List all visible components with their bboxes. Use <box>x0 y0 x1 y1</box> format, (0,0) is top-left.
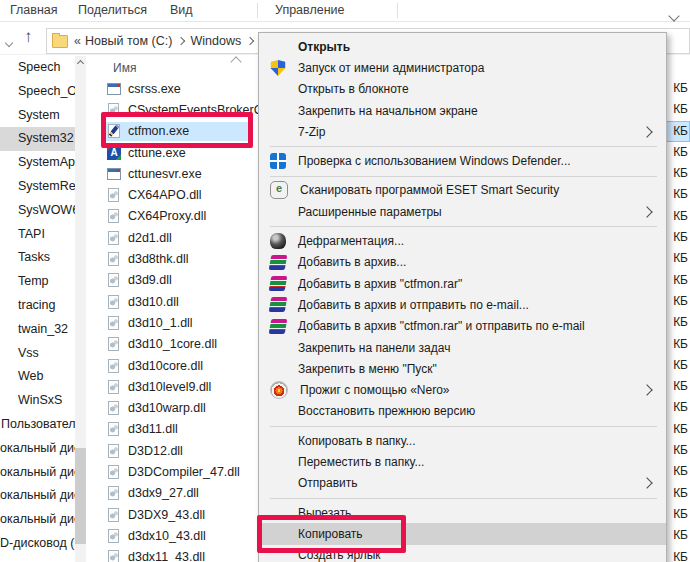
menu-item-label: Закрепить в меню "Пуск" <box>298 362 437 376</box>
file-type-icon <box>106 187 122 203</box>
sidebar-item[interactable]: SystemApps <box>0 151 75 175</box>
context-menu-item[interactable]: Отправить <box>259 473 666 494</box>
context-menu-item[interactable]: Прожиг с помощью «Nero» <box>259 379 666 400</box>
sidebar-item[interactable]: Temp <box>0 270 75 294</box>
tab-group-divider <box>257 3 258 18</box>
menu-item-icon <box>270 124 286 140</box>
context-menu-item[interactable]: Добавить в архив и отправить по e-mail..… <box>259 294 666 315</box>
context-menu-item[interactable]: Закрепить на начальном экране <box>259 100 666 121</box>
tab-manage[interactable]: Управление <box>275 0 345 20</box>
sidebar-item[interactable]: Speech <box>0 56 75 80</box>
file-type-icon <box>106 294 122 310</box>
sidebar-item[interactable]: tracing <box>0 294 75 318</box>
file-name: D3DCompiler_47.dll <box>128 465 240 479</box>
folder-icon <box>52 35 68 48</box>
context-menu-item[interactable]: Копировать в папку... <box>259 430 666 451</box>
sidebar-item[interactable]: TAPI <box>0 223 75 247</box>
scrollbar-thumb[interactable] <box>75 448 86 544</box>
menu-item-icon <box>270 340 286 356</box>
file-name: d3d10_1core.dll <box>128 337 217 351</box>
sidebar-item[interactable]: окальный дис <box>0 484 75 508</box>
menu-item-icon <box>270 39 286 55</box>
sidebar-item[interactable]: Web <box>0 365 75 389</box>
context-menu-item[interactable]: Переместить в папку... <box>259 451 666 472</box>
sort-ascending-icon[interactable] <box>230 56 241 67</box>
ribbon-tabs: Главная Поделиться Вид Управление <box>0 0 690 22</box>
sidebar-item[interactable]: WinSxS <box>0 389 75 413</box>
context-menu-item[interactable]: Открыть <box>259 36 666 57</box>
file-type-icon <box>106 166 122 182</box>
file-name: d3d10warp.dll <box>128 401 206 415</box>
menu-item-icon <box>270 103 286 119</box>
tree-scrollbar[interactable] <box>75 56 86 562</box>
context-menu-item[interactable]: Дефрагментация... <box>259 230 666 251</box>
context-menu-item <box>259 422 666 430</box>
context-menu-item[interactable]: 7-Zip <box>259 121 666 142</box>
tab-home[interactable]: Главная <box>10 0 58 20</box>
menu-item-icon <box>270 233 286 249</box>
annotation-box-ctfmon <box>101 112 253 148</box>
sidebar-item[interactable]: Vss <box>0 342 75 366</box>
tab-share[interactable]: Поделиться <box>78 0 147 20</box>
chevron-down-icon <box>668 10 679 21</box>
sidebar-item[interactable]: twain_32 <box>0 318 75 342</box>
context-menu-item[interactable]: Добавить в архив... <box>259 252 666 273</box>
up-button[interactable]: ↑ <box>24 25 33 49</box>
menu-item-icon <box>270 454 286 470</box>
sidebar-item[interactable]: SystemResou <box>0 175 75 199</box>
sidebar-item[interactable]: окальный дис <box>0 437 75 461</box>
ribbon-collapse-button[interactable] <box>670 6 678 14</box>
sidebar-item[interactable]: Tasks <box>0 246 75 270</box>
sidebar-item[interactable]: окальный дис <box>0 461 75 485</box>
sidebar-item[interactable]: D-дисковод (K <box>0 532 75 556</box>
file-name: CX64Proxy.dll <box>128 209 206 223</box>
recent-locations-button[interactable] <box>6 32 14 40</box>
sidebar-item[interactable]: Пользователи <box>0 413 75 437</box>
file-type-icon <box>106 272 122 288</box>
menu-item-label: Запуск от имени администратора <box>298 61 484 75</box>
context-menu-item[interactable]: Запуск от имени администратора <box>259 57 666 78</box>
sidebar-item[interactable]: System <box>0 104 75 128</box>
menu-item-icon <box>270 60 286 76</box>
submenu-arrow-icon <box>641 206 652 217</box>
menu-item-label: Добавить в архив... <box>298 255 406 269</box>
context-menu-item <box>259 494 666 502</box>
menu-item-label: Сканировать программой ESET Smart Securi… <box>300 183 559 197</box>
context-menu-item[interactable]: Восстановить прежнюю версию <box>259 401 666 422</box>
context-menu-item[interactable]: Закрепить в меню "Пуск" <box>259 358 666 379</box>
menu-item-label: Расширенные параметры <box>298 205 442 219</box>
context-menu-item <box>259 142 666 150</box>
file-name: d3dx10_43.dll <box>128 529 206 543</box>
sidebar-item[interactable]: Speech_OneC <box>0 80 75 104</box>
sidebar-item[interactable]: окальный дис <box>0 508 75 532</box>
sidebar-item[interactable]: System32 <box>0 127 75 151</box>
context-menu-item[interactable]: Добавить в архив "ctfmon.rar" и отправит… <box>259 316 666 337</box>
context-menu-item[interactable]: Открыть в блокноте <box>259 79 666 100</box>
sidebar-item[interactable]: SysWOW64 <box>0 199 75 223</box>
menu-item-icon <box>270 181 288 199</box>
file-name: d3d10.dll <box>128 295 179 309</box>
context-menu-item[interactable]: Сканировать программой ESET Smart Securi… <box>259 180 666 201</box>
tab-group-divider <box>397 3 398 18</box>
menu-item-icon <box>269 255 288 270</box>
menu-item-label: Добавить в архив "ctfmon.rar" и отправит… <box>298 319 585 333</box>
context-menu-item[interactable]: Добавить в архив "ctfmon.rar" <box>259 273 666 294</box>
scroll-up-icon[interactable] <box>75 56 86 71</box>
file-name: D3DX9_43.dll <box>128 508 205 522</box>
file-type-icon <box>106 528 122 544</box>
breadcrumb-windows[interactable]: Windows <box>188 34 243 48</box>
file-name: d3d8thk.dll <box>128 252 188 266</box>
file-name: d3d10level9.dll <box>128 380 211 394</box>
context-menu-item[interactable]: Расширенные параметры <box>259 201 666 222</box>
menu-item-icon <box>270 81 286 97</box>
tab-view[interactable]: Вид <box>170 0 193 20</box>
breadcrumb-drive[interactable]: Новый том (C:) <box>83 34 175 48</box>
file-type-icon <box>106 421 122 437</box>
menu-item-icon <box>270 361 286 377</box>
column-header-name[interactable]: Имя <box>113 61 136 75</box>
context-menu-item[interactable]: Закрепить на панели задач <box>259 337 666 358</box>
file-name: d3d11.dll <box>128 422 178 436</box>
chevron-right-icon <box>246 37 254 45</box>
context-menu-item[interactable]: Проверка с использованием Windows Defend… <box>259 150 666 171</box>
breadcrumb-overflow[interactable]: « <box>74 34 81 48</box>
